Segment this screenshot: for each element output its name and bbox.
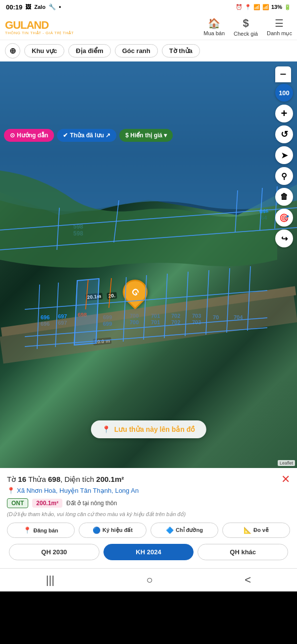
bottom-tabs: QH 2030 KH 2024 QH khác	[7, 544, 290, 564]
tag-area: 200.1m²	[32, 499, 62, 508]
khu-vuc-btn[interactable]: Khu vực	[24, 44, 64, 58]
dollar-icon: $	[243, 17, 248, 30]
panel-tags: ONT 200.1m² Đất ở tại nông thôn	[7, 498, 290, 508]
signal-icon: 📶	[262, 4, 269, 10]
huong-dan-icon: ⊙	[10, 132, 15, 139]
dang-ban-btn[interactable]: 📍 Đăng bán	[7, 523, 75, 538]
tool-icon: 🔧	[49, 3, 56, 10]
compass-btn[interactable]: ⊕	[5, 43, 20, 59]
status-bar: 00:19 🖼 Zalo 🔧 • ⏰ 📍 📶 📶 13% 🔋	[0, 0, 297, 14]
do-ve-icon: 📐	[244, 527, 251, 534]
do-ve-label: Đo vẽ	[253, 527, 269, 533]
chi-duong-btn[interactable]: 🔷 Chỉ đường	[150, 523, 218, 538]
huong-dan-btn[interactable]: ⊙ Hướng dẫn	[4, 129, 54, 142]
rotate-btn[interactable]: ↺	[275, 125, 293, 143]
status-right: ⏰ 📍 📶 📶 13% 🔋	[236, 4, 291, 10]
location-text: Xã Nhơn Hoà, Huyện Tân Thạnh, Long An	[17, 487, 139, 494]
minus-btn[interactable]: −	[275, 66, 291, 82]
wifi-icon: 📶	[253, 4, 260, 10]
location-icon: 📍	[245, 4, 251, 10]
logo-tagline: THÔNG TIN THẬT - GIÁ TRỊ THẬT	[5, 31, 74, 35]
hien-thi-gia-btn[interactable]: $ Hiển thị giá ▾	[119, 129, 173, 142]
back-btn[interactable]: <	[245, 574, 251, 586]
nav-mua-ban[interactable]: 🏠 Mua bán	[203, 17, 225, 36]
location-pin-icon: 📍	[7, 487, 15, 494]
map-container[interactable]: ⊙ Hướng dẫn ✔ Thửa đã lưu ↗ $ Hiển thị g…	[0, 61, 297, 468]
do-ve-btn[interactable]: 📐 Đo vẽ	[222, 523, 290, 538]
home-bar: ||| ○ <	[0, 568, 297, 591]
home-icon: 🏠	[208, 17, 220, 29]
dia-diem-btn[interactable]: Địa điểm	[68, 44, 110, 58]
logo-area: GULAND THÔNG TIN THẬT - GIÁ TRỊ THẬT	[5, 19, 74, 35]
panel-title: Tờ 16 Thửa 698, Diện tích 200.1m²	[7, 474, 124, 484]
close-btn[interactable]: ✕	[277, 474, 290, 485]
measure-tool-btn[interactable]: ⚲	[275, 167, 293, 185]
check-icon: ✔	[63, 132, 68, 139]
nav-mua-ban-label: Mua bán	[203, 30, 225, 36]
tab-qh-khac[interactable]: QH khác	[198, 544, 288, 560]
goc-ranh-btn[interactable]: Góc ranh	[115, 44, 158, 58]
bottom-panel: Tờ 16 Thửa 698, Diện tích 200.1m² ✕ 📍 Xã…	[0, 468, 297, 568]
huong-dan-label: Hướng dẫn	[17, 132, 48, 139]
ky-hieu-dat-btn[interactable]: 🔵 Ký hiệu đất	[79, 523, 147, 538]
dang-ban-icon: 📍	[23, 527, 31, 534]
dang-ban-label: Đăng bán	[33, 527, 58, 533]
delete-btn[interactable]: 🗑	[275, 188, 293, 206]
navbar: GULAND THÔNG TIN THẬT - GIÁ TRỊ THẬT 🏠 M…	[0, 14, 297, 40]
tab-kh2024[interactable]: KH 2024	[103, 544, 194, 560]
to-thua-btn[interactable]: Tờ thửa	[162, 44, 200, 58]
chi-duong-label: Chỉ đường	[176, 527, 203, 533]
panel-note: (Dữ liệu tham khảo, vui lòng căn cứ theo…	[7, 511, 290, 518]
battery-text: 13%	[271, 4, 282, 10]
menu-icon: ☰	[275, 17, 284, 29]
nav-danh-muc[interactable]: ☰ Danh mục	[267, 17, 292, 37]
ky-hieu-label: Ký hiệu đất	[102, 527, 133, 533]
compass-direction-btn[interactable]: ➤	[275, 146, 293, 164]
chi-duong-icon: 🔷	[166, 527, 174, 534]
ky-hieu-icon: 🔵	[93, 527, 100, 534]
logo-g: G	[5, 19, 13, 31]
photo-icon: 🖼	[25, 3, 31, 10]
home-btn[interactable]: ○	[147, 574, 153, 586]
zalo-icon: Zalo	[34, 4, 46, 10]
hien-thi-gia-label: $ Hiển thị giá ▾	[125, 132, 167, 139]
plus-btn[interactable]: +	[275, 105, 293, 122]
panel-actions: 📍 Đăng bán 🔵 Ký hiệu đất 🔷 Chỉ đường 📐 Đ…	[7, 523, 290, 538]
filter-bar: ⊙ Hướng dẫn ✔ Thửa đã lưu ↗ $ Hiển thị g…	[0, 126, 297, 145]
nav-items: 🏠 Mua bán $ Check giá ☰ Danh mục	[203, 17, 292, 37]
status-left: 00:19 🖼 Zalo 🔧 •	[6, 3, 61, 11]
save-banner-icon: 📍	[102, 425, 110, 433]
tag-desc: Đất ở tại nông thôn	[66, 500, 117, 507]
tag-ont: ONT	[7, 498, 28, 508]
svg-line-24	[109, 278, 111, 308]
share-btn[interactable]: ↪	[275, 230, 293, 247]
nav-check-gia[interactable]: $ Check giá	[234, 17, 258, 37]
map-toolbar: ⊕ Khu vực Địa điểm Góc ranh Tờ thửa	[0, 40, 297, 61]
panel-header: Tờ 16 Thửa 698, Diện tích 200.1m² ✕	[7, 474, 290, 485]
map-controls: − 100 + ↺ ➤ ⚲ 🗑 🎯 ↪	[275, 66, 293, 247]
alarm-icon: ⏰	[236, 4, 243, 10]
recent-apps-btn[interactable]: |||	[46, 574, 54, 586]
save-banner-text: Lưu thửa này lên bản đồ	[114, 425, 196, 433]
map-plots-svg	[0, 61, 297, 468]
tab-qh2030[interactable]: QH 2030	[9, 544, 99, 560]
logo: GULAND	[5, 19, 49, 32]
zoom-level: 100	[275, 84, 293, 102]
nav-check-gia-label: Check giá	[234, 31, 258, 37]
logo-uland: ULAND	[13, 19, 49, 31]
save-banner[interactable]: 📍 Lưu thửa này lên bản đồ	[91, 420, 206, 438]
thua-da-luu-btn[interactable]: ✔ Thửa đã lưu ↗	[57, 129, 116, 142]
dot-icon: •	[59, 3, 61, 10]
panel-location: 📍 Xã Nhơn Hoà, Huyện Tân Thạnh, Long An	[7, 487, 290, 494]
battery-icon: 🔋	[284, 4, 291, 10]
thua-da-luu-label: Thửa đã lưu ↗	[70, 132, 110, 139]
nav-danh-muc-label: Danh mục	[267, 30, 292, 37]
status-time: 00:19	[6, 3, 22, 11]
emoji-btn[interactable]: 🎯	[275, 209, 293, 227]
